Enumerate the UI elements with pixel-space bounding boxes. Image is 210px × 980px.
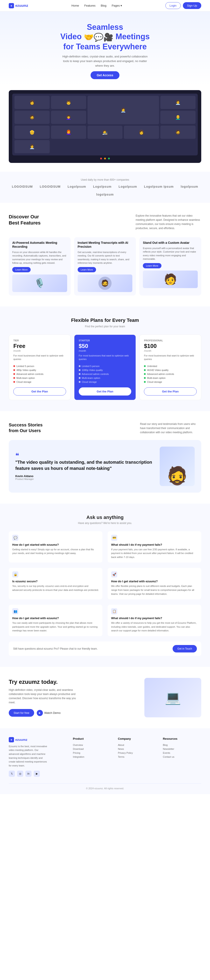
footer-link-terms[interactable]: Terms [118,755,156,759]
pro-feature-3: Advanced admin controls [144,372,197,376]
footer-col-product-title: Product [73,737,111,740]
feature-card-3-desc: Express yourself with a personalized ava… [143,247,198,261]
hero-image-wrap: 👩 👨 🧑‍💼 👩‍💼 🧔 👩‍🦱 👨‍🦲 👴 👩‍🦰 🧑‍🎨 👩 🧔 👩‍💼 [0,86,210,172]
footer-link-newsletter[interactable]: Newsletter [163,747,201,751]
features-title: Discover Our Best Features [9,214,48,226]
pricing-subtitle: Find the perfect plan for your team [9,325,201,328]
faq-icon-4: 🚀 [111,571,117,578]
faq-cta-button[interactable]: Get in Touch [172,645,197,652]
play-icon: ▶ [37,710,43,716]
feature-card-2-desc: Get accurate, real-time transcriptions o… [77,250,133,265]
hero-heading: Seamless Video 🤝💬🎥 Meetings for Teams Ev… [9,22,201,51]
hero-laptop: 👩 👨 🧑‍💼 👩‍💼 🧔 👩‍🦱 👨‍🦲 👴 👩‍🦰 🧑‍🎨 👩 🧔 👩‍💼 [9,90,201,163]
cta-title: Try ezuumz today. [9,679,136,685]
pro-plan-button[interactable]: Get the Plan [144,387,197,396]
footer-link-events[interactable]: Events [163,751,201,755]
logo-item-1: LOGOIDSUM [12,185,33,188]
feature-card-1-cta[interactable]: Learn More [12,267,31,272]
testimonial-person-image: 🧔 [160,447,195,486]
free-plan-button[interactable]: Get the Plan [13,387,66,396]
faq-a-3: Yes, security is our top priority. ezuum… [12,584,99,592]
plan-tier-free: Tier [13,339,66,342]
footer-link-download[interactable]: Download [73,747,111,751]
demo-label: Watch Demo [44,711,61,714]
feature-card-3-cta[interactable]: Learn More [143,263,161,268]
feature-card-2-title: Instant Meeting Transcripts with AI Prec… [77,241,133,249]
footer-logo-text: ezuumz [15,738,27,741]
faq-q-3: Is ezuumz secure? [12,580,99,583]
footer-logo-icon: e [9,737,14,742]
video-tile-12: 👩‍💼 [14,140,50,153]
video-tile-large: 🧑‍💼 [87,96,159,124]
free-feature-2: 480p Video quality [13,368,66,372]
plan-tier-pro: Professional [144,339,197,342]
free-feature-4: Multi-team option [13,376,66,380]
pro-feature-4: Multi-team option [144,376,197,380]
nav-pages[interactable]: Pages ▾ [112,4,122,7]
footer-link-overview[interactable]: Overview [73,743,111,747]
footer-col-company: Company About News Privacy Policy Terms [118,737,156,777]
footer-link-contact[interactable]: Contact us [163,755,201,759]
testimonial-text-block: ❝ "The video quality is outstanding, and… [15,452,153,480]
hero-emoji: 🤝💬🎥 [84,32,113,42]
feature-card-3-title: Stand Out with a Custom Avatar [143,241,198,245]
testimonial-card: ❝ "The video quality is outstanding, and… [9,440,201,493]
laptop-screen: 👩 👨 🧑‍💼 👩‍💼 🧔 👩‍🦱 👨‍🦲 👴 👩‍🦰 🧑‍🎨 👩 🧔 👩‍💼 [12,94,198,156]
feature-card-3-image: 🧑 [143,270,198,288]
footer-link-privacy[interactable]: Privacy Policy [118,751,156,755]
testimonial-section-title: Success Stories from Our Users [9,422,48,433]
video-tile-9: 🧑‍🎨 [87,126,123,139]
watch-demo-button[interactable]: ▶ Watch Demo [37,710,61,716]
footer-link-integration[interactable]: Integration [73,755,111,759]
faq-a-1: Getting started is easy! Simply sign up … [12,548,99,555]
faq-q-2: What should I do if my payment fails? [111,543,198,546]
signup-button[interactable]: Sign Up [183,2,201,9]
footer-top: e ezuumz Ezuumz is the best, most innova… [9,737,201,777]
plan-price-pro: /month [144,350,197,352]
logo-item-4: Logolpsum [93,185,111,188]
pricing-card-pro: Professional $100 /month For most busine… [139,334,201,400]
youtube-icon[interactable]: ▶ [34,771,40,777]
feature-card-1: AI-Powered Automatic Meeting Recording F… [9,237,71,296]
start-free-button[interactable]: Start for free [9,709,34,717]
footer-brand: e ezuumz Ezuumz is the best, most innova… [9,737,66,777]
video-tile-10: 👩 [124,126,159,139]
pricing-card-starter: Starter $50 /month For most businesses t… [74,334,136,400]
faq-footer: Still have questions about ezuumz Pro? P… [9,641,201,656]
video-tile-2: 👨 [51,96,86,109]
faq-footer-text: Still have questions about ezuumz Pro? P… [13,647,98,650]
footer-copyright: © 2024 ezuumz. All rights reserved. [86,787,124,790]
faq-item-6: 📋 What should I do if my payment fails? … [107,605,201,636]
linkedin-icon[interactable]: in [25,771,32,777]
starter-feature-2: 1080p Video quality [79,368,131,372]
feature-card-1-desc: Focus on your discussion while AI handle… [12,250,67,265]
plan-name-pro: $100 [144,343,197,350]
feature-card-2-cta[interactable]: Learn More [77,267,96,272]
footer-link-about[interactable]: About [118,743,156,747]
logo-item-2: LOGOIDSUM [40,185,61,188]
hero-cta-button[interactable]: Get Access [90,71,120,79]
nav-home[interactable]: Home [71,4,79,7]
faq-a-5: You can easily add more participants by … [12,621,99,633]
logo[interactable]: e ezuumz [9,3,28,8]
faq-icon-2: 💳 [111,535,117,541]
testimonial-section: Success Stories from Our Users Read our … [0,411,210,504]
nav-blog[interactable]: Blog [101,4,107,7]
testimonial-author: Kevin Aldano [15,474,153,478]
starter-feature-3: Advanced admin controls [79,372,131,376]
video-tile-5: 👩‍🦱 [51,111,86,124]
twitter-icon[interactable]: 𝕏 [9,771,15,777]
footer-link-news[interactable]: News [118,747,156,751]
navbar: e ezuumz Home Features Blog Pages ▾ Logi… [0,0,210,11]
instagram-icon[interactable]: ◎ [17,771,23,777]
footer-link-pricing[interactable]: Pricing [73,751,111,755]
cta-actions: Start for free ▶ Watch Demo [9,709,136,717]
footer-col-resources-title: Resources [163,737,201,740]
faq-a-6: We offer a variety of resources to help … [111,621,198,633]
starter-plan-button[interactable]: Get the Plan [79,387,131,396]
faq-item-2: 💳 What should I do if my payment fails? … [107,531,201,563]
nav-features[interactable]: Features [84,4,95,7]
feature-card-3: Stand Out with a Custom Avatar Express y… [139,237,201,296]
footer-link-blog[interactable]: Blog [163,743,201,747]
login-button[interactable]: Login [165,2,181,9]
